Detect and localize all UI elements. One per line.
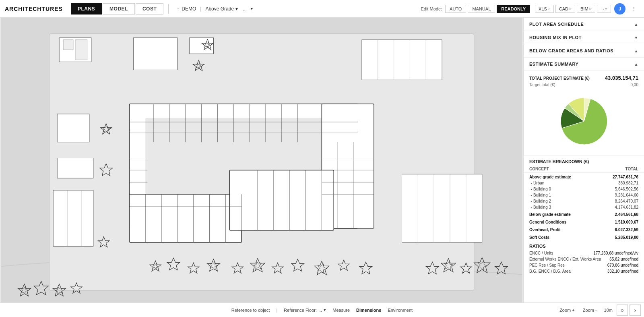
total-value: 43.035.154,71 [605,75,638,81]
edit-mode-auto[interactable]: AUTO [445,5,466,13]
pie-chart-svg [558,95,610,147]
export-list[interactable]: →≡ [597,5,611,13]
section-below-grade[interactable]: BELOW GRADE AREAS AND RATIOS ▲ [524,44,644,58]
environment-tool[interactable]: Environment [388,308,413,313]
breakdown-label: General Conditions [524,218,594,225]
edit-mode-manual[interactable]: MANUAL [468,5,495,13]
table-row: - Building 3 4.174.631,82 [524,204,644,210]
svg-rect-46 [133,38,178,70]
section-estimate-summary[interactable]: ESTIMATE SUMMARY ▲ [524,58,644,71]
dimensions-tool[interactable]: Dimensions [356,308,381,313]
edit-mode-readonly[interactable]: READONLY [497,5,530,13]
dropdown-arrow-icon[interactable]: ▾ [251,6,253,11]
environment-label: Environment [388,308,413,313]
table-row: - Building 1 9.281.044,60 [524,192,644,198]
user-avatar[interactable]: J [614,3,625,15]
breakdown-section: ESTIMATE BREAKDOWN (€) CONCEPT TOTAL Abo… [524,156,644,240]
svg-rect-55 [53,190,93,246]
canvas-area[interactable] [0,18,523,302]
cad-label: CAD [559,6,568,11]
below-grade-label: BELOW GRADE AREAS AND RATIOS [529,48,613,53]
reference-floor-label: Reference Floor: [284,308,317,313]
reference-floor[interactable]: Reference Floor: ... ▾ [284,307,326,313]
tab-cost[interactable]: COST [136,3,163,15]
breakdown-label: Overhead, Profit [524,225,594,233]
demo-sep: | [200,6,201,12]
xls-arrow-icon: ▷ [548,7,550,10]
chevron-up-icon: ▲ [634,62,638,66]
bim-label: BIM [580,6,588,11]
more-menu-icon[interactable]: ⋮ [629,4,639,14]
breakdown-value: 6.027.332,59 [594,225,644,233]
zoom-out-btn[interactable]: Zoom - [580,307,600,313]
col-total: TOTAL [594,166,644,173]
separator: | [276,308,277,313]
breakdown-label: - Building 1 [524,192,594,198]
above-grade-label: Above Grade [205,6,234,12]
breakdown-value: 27.747.631,76 [594,173,644,180]
ratio-value: 65,82 undefined [609,257,638,261]
demo-text[interactable]: DEMO [182,6,196,12]
svg-rect-53 [57,114,89,142]
chevron-right-icon-2: ▲ [634,49,638,53]
ratio-row: PEC Res / Sup Res 670,86 undefined [524,262,644,268]
breakdown-label: - Building 2 [524,198,594,204]
table-row: Above grade estimate 27.747.631,76 [524,173,644,180]
breakdown-label: - Building 3 [524,204,594,210]
section-housing-mix[interactable]: HOUSING MIX IN PLOT ▼ [524,31,644,44]
dimensions-label: Dimensions [356,308,381,313]
nav-icons: J ⋮ [614,3,639,15]
plot-area-label: PLOT AREA SCHEDULE [529,22,584,27]
right-panel: PLOT AREA SCHEDULE ▲ HOUSING MIX IN PLOT… [523,18,644,302]
zoom-in-btn[interactable]: Zoom + [556,307,578,313]
ratio-label: External Works ENCC / Ext. Works Area [529,257,601,261]
list-arrow-label: →≡ [601,6,607,11]
breakdown-value: 8.264.470,07 [594,198,644,204]
breakdown-title: ESTIMATE BREAKDOWN (€) [524,156,644,166]
above-grade-selector[interactable]: Above Grade ▾ [205,6,238,12]
chevron-down-icon: ▾ [235,6,238,12]
measure-label: Measure [332,308,350,313]
svg-rect-54 [57,158,93,178]
nav-divider [168,4,169,14]
breakdown-value: 9.281.044,60 [594,192,644,198]
table-row: Below grade estimate 2.464.561,68 [524,210,644,218]
section-plot-area[interactable]: PLOT AREA SCHEDULE ▲ [524,18,644,31]
estimate-content: TOTAL PROJECT ESTIMATE (€) 43.035.154,71… [524,71,644,156]
pan-circle-btn[interactable]: ○ [617,305,628,316]
table-row: - Building 2 8.264.470,07 [524,198,644,204]
measure-tool[interactable]: Measure [332,308,350,313]
more-options[interactable]: ... [243,6,247,12]
total-label: TOTAL PROJECT ESTIMATE (€) [529,76,590,81]
zoom-level-display: 10m [602,308,615,313]
cad-arrow-icon: ▷ [569,7,572,10]
nav-tabs: PLANS MODEL COST [71,3,163,15]
export-bim[interactable]: BIM ▷ [577,5,595,13]
floor-plan-svg [0,18,523,302]
ratio-row: ENCC / Units 177.230,68 undefined/viv [524,250,644,256]
edit-mode-label: Edit Mode: [421,6,442,11]
breakdown-value: 2.464.561,68 [594,210,644,218]
breakdown-label: Above grade estimate [524,173,594,180]
main-content: PLOT AREA SCHEDULE ▲ HOUSING MIX IN PLOT… [0,18,644,302]
ratio-value: 177.230,68 undefined/viv [593,251,638,255]
target-value: 0,00 [631,83,638,87]
bim-arrow-icon: ▷ [589,7,592,10]
svg-rect-6 [129,194,242,242]
tab-model[interactable]: MODEL [103,3,135,15]
demo-up-arrow: ↑ [177,6,179,12]
ratio-row: B.G. ENCC / B.G. Area 332,10 undefined [524,268,644,274]
xls-label: XLS [539,6,547,11]
target-label: Target total (€) [529,83,555,87]
svg-rect-45 [75,40,87,60]
pan-right-btn[interactable]: › [630,305,641,316]
total-row: TOTAL PROJECT ESTIMATE (€) 43.035.154,71 [529,75,638,81]
reference-to-object[interactable]: Reference to object [231,308,270,313]
breakdown-label: Below grade estimate [524,210,594,218]
tab-plans[interactable]: PLANS [71,3,102,15]
ratio-label: PEC Res / Sup Res [529,263,565,267]
export-xls[interactable]: XLS ▷ [535,5,554,13]
export-cad[interactable]: CAD ▷ [555,5,575,13]
table-row: Soft Costs 5.285.019,00 [524,233,644,240]
svg-rect-7 [229,170,334,230]
